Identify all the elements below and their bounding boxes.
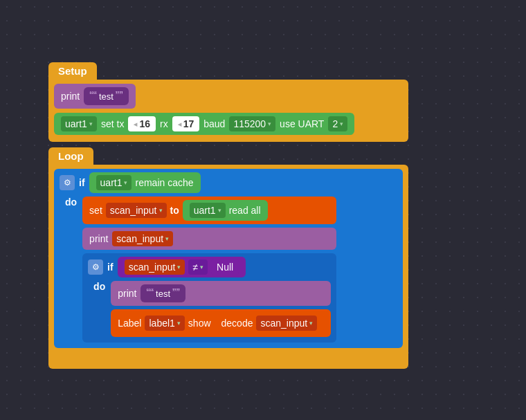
label-var-arrow: ▾: [177, 320, 181, 327]
tx-notch-left: ◂: [134, 120, 137, 128]
label-word: Label: [118, 318, 141, 329]
rx-value: 17: [183, 118, 194, 129]
loop-block: Loop ⚙ if uart1 ▾ remain cache: [48, 147, 408, 369]
print-scan-arrow: ▾: [165, 235, 169, 242]
inner-string-block: ““ test ””: [140, 284, 185, 302]
decode-scan-arrow: ▾: [309, 320, 313, 327]
decode-scan-var: scan_input: [260, 318, 307, 329]
decode-block: decode scan_input ▾: [215, 313, 325, 334]
loop-body: ⚙ if uart1 ▾ remain cache do: [48, 165, 408, 369]
inner-if-header: ⚙ if scan_input ▾ ≠: [88, 257, 331, 277]
gear-icon[interactable]: ⚙: [60, 175, 75, 190]
setup-label: Setup: [48, 62, 97, 80]
inner-do-row: do print ““ test ””: [88, 281, 331, 337]
read-uart-var: uart1: [194, 205, 216, 216]
op-value: ≠: [192, 262, 198, 273]
read-block: uart1 ▾ read all: [183, 200, 268, 221]
label-var-dropdown[interactable]: label1 ▾: [145, 316, 184, 331]
outer-uart-dropdown[interactable]: uart1 ▾: [96, 175, 132, 190]
null-value: Null: [217, 262, 233, 273]
set-tx-label: set tx: [101, 118, 124, 129]
outer-if-label: if: [79, 177, 85, 188]
outer-uart-arrow: ▾: [124, 179, 127, 186]
uart-var-dropdown[interactable]: uart1 ▾: [61, 116, 97, 131]
outer-do-row: do set scan_input ▾ to: [60, 197, 397, 343]
uart-var-label: uart1: [65, 118, 87, 129]
decode-word: decode: [221, 318, 253, 329]
string-block: ““ test ””: [84, 87, 128, 105]
read-uart-arrow: ▾: [218, 207, 221, 214]
baud-value: 115200: [233, 118, 266, 129]
use-uart-label: use UART: [280, 118, 324, 129]
scan-input-var: scan_input: [110, 205, 157, 216]
tx-value-box: ◂ 16: [128, 116, 156, 131]
scan-input-dropdown[interactable]: scan_input ▾: [106, 203, 167, 218]
inner-print-label: print: [118, 288, 136, 299]
outer-if-header: ⚙ if uart1 ▾ remain cache: [60, 172, 397, 193]
inner-gear-icon[interactable]: ⚙: [88, 259, 103, 275]
uart-num-value: 2: [332, 118, 338, 129]
inner-close-quote: ””: [172, 287, 180, 300]
outer-condition-block: uart1 ▾ remain cache: [89, 172, 201, 193]
uart-num-arrow: ▾: [340, 120, 343, 127]
inner-do-label: do: [91, 281, 108, 292]
baud-dropdown[interactable]: 115200 ▾: [229, 116, 275, 131]
scan-input-arrow: ▾: [159, 207, 163, 214]
print-block: print ““ test ””: [54, 84, 136, 109]
rx-notch-left: ◂: [178, 120, 181, 128]
setup-body: print ““ test ”” uart1 ▾ set tx: [48, 80, 408, 142]
tx-value: 16: [139, 118, 150, 129]
inner-string-value: test: [156, 289, 170, 299]
uart-num-dropdown[interactable]: 2 ▾: [328, 116, 347, 131]
print-var-block: print scan_input ▾: [82, 228, 336, 250]
print-row: print ““ test ””: [54, 84, 403, 109]
inner-open-quote: ““: [146, 287, 154, 300]
outer-if-block: ⚙ if uart1 ▾ remain cache do: [54, 169, 403, 348]
inner-scan-dropdown[interactable]: scan_input ▾: [125, 259, 185, 275]
close-quote: ””: [116, 90, 123, 102]
setup-block: Setup print ““ test ”” uart1 ▾: [48, 62, 408, 142]
read-label: read all: [229, 205, 261, 216]
inner-scan-arrow: ▾: [177, 264, 181, 271]
outer-do-col: set scan_input ▾ to uart1 ▾: [82, 197, 336, 343]
print-var-label: print: [89, 233, 108, 244]
inner-if-block: ⚙ if scan_input ▾ ≠: [82, 253, 336, 343]
print-scan-dropdown[interactable]: scan_input ▾: [112, 231, 173, 246]
decode-scan-dropdown[interactable]: scan_input ▾: [256, 316, 317, 331]
uart-block: uart1 ▾ set tx ◂ 16 rx ◂ 17 baud: [54, 113, 354, 135]
label-var: label1: [149, 318, 174, 329]
print-scan-var: scan_input: [116, 233, 163, 244]
set-label: set: [89, 205, 102, 216]
string-value: test: [99, 91, 114, 102]
baud-arrow: ▾: [268, 120, 271, 127]
outer-do-label: do: [62, 197, 80, 208]
inner-print-block: print ““ test ””: [111, 281, 331, 306]
rx-value-box: ◂ 17: [172, 116, 200, 131]
to-label: to: [170, 205, 179, 216]
outer-uart-var: uart1: [100, 177, 123, 188]
uart-row: uart1 ▾ set tx ◂ 16 rx ◂ 17 baud: [54, 113, 403, 135]
null-block: Null: [211, 259, 239, 275]
compare-block: scan_input ▾ ≠ ▾ Null: [118, 257, 246, 277]
label-show-block: Label label1 ▾ show decode: [111, 309, 331, 337]
baud-label: baud: [203, 118, 225, 129]
read-uart-dropdown[interactable]: uart1 ▾: [190, 203, 226, 218]
op-dropdown[interactable]: ≠ ▾: [188, 259, 208, 275]
inner-do-col: print ““ test ””: [111, 281, 331, 337]
op-arrow: ▾: [200, 264, 203, 271]
uart-var-arrow: ▾: [89, 120, 93, 127]
rx-label: rx: [160, 118, 168, 129]
inner-if-label: if: [107, 262, 114, 273]
show-word: show: [188, 318, 211, 329]
set-block: set scan_input ▾ to uart1 ▾: [82, 197, 336, 224]
inner-scan-var: scan_input: [129, 262, 176, 273]
loop-label: Loop: [48, 147, 93, 165]
print-label: print: [61, 91, 80, 102]
open-quote: ““: [89, 90, 97, 102]
remain-cache-label: remain cache: [135, 177, 193, 188]
